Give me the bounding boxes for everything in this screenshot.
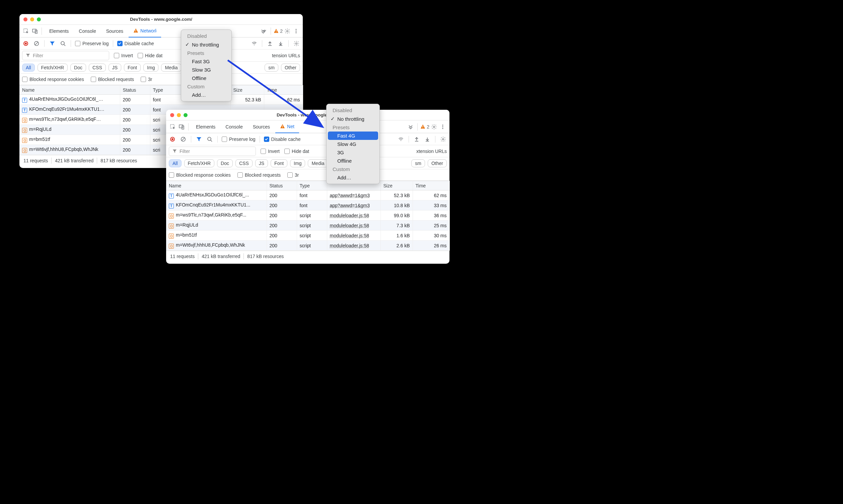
filter-toggle-icon[interactable] bbox=[49, 40, 56, 47]
col-time[interactable]: Time bbox=[412, 181, 450, 191]
col-type[interactable]: Type bbox=[297, 181, 327, 191]
chip-img[interactable]: Img bbox=[290, 159, 305, 167]
chip-doc[interactable]: Doc bbox=[217, 159, 233, 167]
zoom-window-button[interactable] bbox=[37, 17, 41, 21]
clear-icon[interactable] bbox=[33, 40, 40, 47]
download-har-icon[interactable] bbox=[277, 40, 284, 47]
blocked-requests-checkbox[interactable]: Blocked requests bbox=[238, 172, 281, 178]
chip-css[interactable]: CSS bbox=[89, 64, 106, 72]
hide-data-urls-checkbox[interactable]: Hide dat bbox=[284, 149, 309, 154]
dd-add[interactable]: Add… bbox=[182, 91, 230, 99]
record-button[interactable] bbox=[169, 136, 176, 143]
chip-fetch-xhr[interactable]: Fetch/XHR bbox=[184, 159, 214, 167]
table-row[interactable]: T4UaRrENHsxJlGDuGo1OIlJfC6l_…200font52.3… bbox=[19, 95, 303, 105]
invert-checkbox[interactable]: Invert bbox=[114, 53, 133, 58]
settings-icon[interactable] bbox=[283, 27, 292, 35]
invert-checkbox[interactable]: Invert bbox=[261, 149, 280, 154]
more-tabs-icon[interactable] bbox=[407, 123, 415, 131]
initiator-link[interactable]: app?awwd=1&gm3 bbox=[330, 193, 370, 198]
kebab-menu-icon[interactable] bbox=[439, 123, 447, 131]
dd-fast-3g[interactable]: Fast 3G bbox=[182, 57, 230, 66]
upload-har-icon[interactable] bbox=[266, 40, 274, 47]
issues-badge[interactable]: 2 bbox=[274, 29, 283, 34]
hide-data-urls-checkbox[interactable]: Hide dat bbox=[138, 53, 162, 58]
dd-no-throttling[interactable]: ✓No throttling bbox=[328, 114, 378, 123]
initiator-link[interactable]: moduleloader.js:58 bbox=[330, 243, 369, 248]
chip-font[interactable]: Font bbox=[124, 64, 141, 72]
clear-icon[interactable] bbox=[179, 136, 187, 143]
settings-icon[interactable] bbox=[430, 123, 438, 131]
network-settings-icon[interactable] bbox=[293, 40, 300, 47]
upload-har-icon[interactable] bbox=[413, 136, 420, 143]
blocked-requests-checkbox[interactable]: Blocked requests bbox=[91, 77, 134, 82]
col-status[interactable]: Status bbox=[267, 181, 297, 191]
chip-all[interactable]: All bbox=[22, 64, 35, 72]
inspect-icon[interactable] bbox=[22, 27, 30, 35]
tab-network[interactable]: Network bbox=[129, 25, 161, 37]
chip-media[interactable]: Media bbox=[308, 159, 328, 167]
col-time[interactable]: Time bbox=[264, 85, 303, 95]
initiator-link[interactable]: moduleloader.js:58 bbox=[330, 213, 369, 218]
chip-js[interactable]: JS bbox=[108, 64, 121, 72]
initiator-link[interactable]: app?awwd=1&gm3 bbox=[330, 203, 370, 208]
dd-3g[interactable]: 3G bbox=[328, 148, 378, 157]
record-button[interactable] bbox=[22, 40, 30, 47]
tab-elements[interactable]: Elements bbox=[191, 121, 220, 133]
dd-add[interactable]: Add… bbox=[328, 173, 378, 182]
chip-all[interactable]: All bbox=[169, 159, 181, 167]
chip-other[interactable]: Other bbox=[281, 64, 300, 72]
chip-doc[interactable]: Doc bbox=[70, 64, 86, 72]
chip-img[interactable]: Img bbox=[143, 64, 158, 72]
dd-slow-3g[interactable]: Slow 3G bbox=[182, 66, 230, 74]
filter-input[interactable]: Filter bbox=[169, 147, 256, 156]
more-tabs-icon[interactable] bbox=[260, 27, 268, 35]
col-status[interactable]: Status bbox=[120, 85, 150, 95]
tab-network[interactable]: Net bbox=[275, 121, 299, 133]
tab-elements[interactable]: Elements bbox=[45, 25, 73, 37]
preserve-log-checkbox[interactable]: Preserve log bbox=[75, 41, 109, 46]
dd-fast-4g[interactable]: Fast 4G bbox=[328, 131, 378, 140]
tab-console[interactable]: Console bbox=[74, 25, 101, 37]
filter-toggle-icon[interactable] bbox=[195, 136, 203, 143]
zoom-window-button[interactable] bbox=[183, 113, 188, 117]
network-settings-icon[interactable] bbox=[439, 136, 447, 143]
device-toolbar-icon[interactable] bbox=[177, 123, 186, 131]
col-name[interactable]: Name bbox=[166, 181, 267, 191]
col-name[interactable]: Name bbox=[19, 85, 120, 95]
col-size[interactable]: Size bbox=[381, 181, 412, 191]
close-window-button[interactable] bbox=[170, 113, 174, 117]
dd-no-throttling[interactable]: ✓No throttling bbox=[182, 40, 230, 49]
kebab-menu-icon[interactable] bbox=[292, 27, 300, 35]
chip-fetch-xhr[interactable]: Fetch/XHR bbox=[37, 64, 68, 72]
filter-input[interactable]: Filter bbox=[22, 51, 109, 60]
table-row[interactable]: ⟨⟩m=ws9Tlc,n73qwf,GkRiKb,e5qF...200scrip… bbox=[166, 211, 450, 220]
chip-wasm-partial[interactable]: sm bbox=[265, 64, 278, 72]
table-row[interactable]: TKFOmCnqEu92Fr1Mu4mxKKTU1...200fontapp?a… bbox=[166, 200, 450, 211]
preserve-log-checkbox[interactable]: Preserve log bbox=[222, 137, 256, 142]
table-row[interactable]: ⟨⟩m=bm51tf200scriptmoduleloader.js:581.6… bbox=[166, 231, 450, 240]
col-size[interactable]: Size bbox=[230, 85, 264, 95]
close-window-button[interactable] bbox=[23, 17, 28, 21]
chip-other[interactable]: Other bbox=[428, 159, 447, 167]
dd-offline[interactable]: Offline bbox=[182, 74, 230, 82]
table-row[interactable]: ⟨⟩m=Wt6vjf,hhhU8,FCpbqb,WhJNk200scriptmo… bbox=[166, 240, 450, 251]
disable-cache-checkbox[interactable]: Disable cache bbox=[264, 137, 301, 142]
third-party-checkbox[interactable]: 3r bbox=[287, 172, 299, 178]
search-icon[interactable] bbox=[59, 40, 67, 47]
chip-wasm-partial[interactable]: sm bbox=[411, 159, 425, 167]
minimize-window-button[interactable] bbox=[177, 113, 181, 117]
tab-console[interactable]: Console bbox=[221, 121, 247, 133]
initiator-link[interactable]: moduleloader.js:58 bbox=[330, 223, 369, 228]
issues-badge[interactable]: 2 bbox=[420, 124, 429, 129]
chip-js[interactable]: JS bbox=[255, 159, 268, 167]
blocked-cookies-checkbox[interactable]: Blocked response cookies bbox=[22, 77, 84, 82]
search-icon[interactable] bbox=[206, 136, 213, 143]
chip-font[interactable]: Font bbox=[270, 159, 287, 167]
disable-cache-checkbox[interactable]: Disable cache bbox=[117, 41, 154, 46]
minimize-window-button[interactable] bbox=[30, 17, 34, 21]
device-toolbar-icon[interactable] bbox=[31, 27, 39, 35]
third-party-checkbox[interactable]: 3r bbox=[141, 77, 152, 82]
table-row[interactable]: ⟨⟩m=RqjULd200scriptmoduleloader.js:587.3… bbox=[166, 220, 450, 231]
dd-offline[interactable]: Offline bbox=[328, 157, 378, 165]
network-conditions-icon[interactable] bbox=[397, 136, 405, 143]
